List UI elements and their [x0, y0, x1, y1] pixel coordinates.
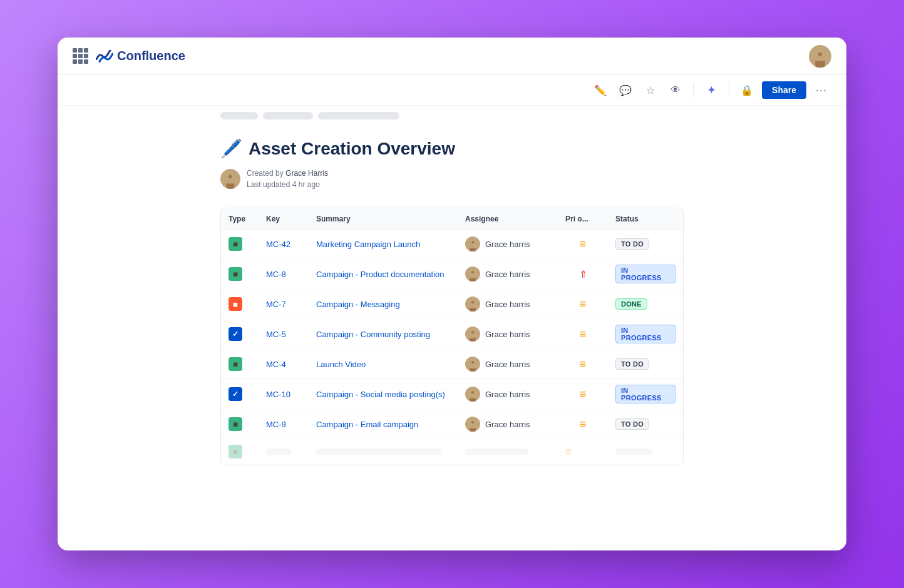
assignee-avatar [465, 357, 480, 372]
cell-assignee: Grace harris [458, 290, 558, 318]
user-avatar[interactable] [809, 45, 831, 68]
status-badge: DONE [615, 298, 647, 310]
page-meta-text: Created by Grace Harris Last updated 4 h… [247, 168, 328, 190]
cell-summary: Campaign - Community posting [309, 318, 458, 350]
ai-icon[interactable]: ✦ [701, 80, 721, 100]
cell-type: ◾ [221, 410, 259, 438]
assignee-info: Grace harris [465, 387, 550, 402]
created-by-label: Created by [247, 169, 284, 178]
cell-assignee: Grace harris [458, 258, 558, 290]
table-row: ◾ MC-42 Marketing Campaign Launch Grace … [221, 230, 683, 258]
issue-summary-link[interactable]: Campaign - Email campaign [316, 420, 418, 429]
cell-summary: Marketing Campaign Launch [309, 230, 458, 258]
breadcrumb-item-2[interactable] [263, 112, 313, 119]
cell-summary: Launch Video [309, 350, 458, 378]
issue-key-link[interactable]: MC-10 [266, 390, 290, 399]
grid-icon[interactable] [73, 48, 88, 64]
issue-summary-link[interactable]: Campaign - Messaging [316, 300, 400, 309]
issue-key-link[interactable]: MC-7 [266, 300, 286, 309]
cell-priority: ≡ [558, 230, 608, 258]
lock-icon[interactable]: 🔒 [737, 80, 757, 100]
issue-summary-link[interactable]: Campaign - Community posting [316, 330, 430, 339]
issue-summary-link[interactable]: Launch Video [316, 360, 366, 369]
cell-type: ◾ [221, 230, 259, 258]
author-name: Grace Harris [285, 169, 328, 178]
cell-priority: ≡ [558, 318, 608, 350]
cell-assignee: Grace harris [458, 410, 558, 438]
status-badge: IN PROGRESS [615, 265, 675, 283]
issue-table: Type Key Summary Assignee Pri o... Statu… [220, 208, 684, 465]
priority-indicator: ≡ [565, 298, 600, 311]
issue-key-link[interactable]: MC-8 [266, 270, 286, 279]
watch-icon[interactable]: 👁 [665, 80, 686, 100]
assignee-name: Grace harris [485, 240, 530, 249]
issue-summary-link[interactable]: Marketing Campaign Launch [316, 240, 420, 249]
cell-assignee: Grace harris [458, 350, 558, 378]
comment-icon[interactable]: 💬 [615, 80, 635, 100]
assignee-info: Grace harris [465, 297, 550, 312]
status-badge: TO DO [615, 238, 649, 250]
issue-summary-link[interactable]: Campaign - Product documentation [316, 270, 444, 279]
cell-status: IN PROGRESS [608, 318, 683, 350]
table-row: ◾ MC-9 Campaign - Email campaign Grace h… [221, 410, 683, 438]
issue-summary-link[interactable]: Campaign - Social media posting(s) [316, 390, 445, 399]
page-emoji: 🖊️ [220, 138, 242, 159]
table-row: ■ MC-7 Campaign - Messaging Grace harris… [221, 290, 683, 318]
last-updated: Last updated 4 hr ago [247, 179, 328, 190]
table-row-partial: ◾ ≡ [221, 438, 683, 465]
cell-type: ◾ [221, 350, 259, 378]
assignee-name: Grace harris [485, 390, 530, 399]
priority-indicator: ≡ [565, 358, 600, 371]
cell-assignee: Grace harris [458, 378, 558, 410]
cell-summary: Campaign - Social media posting(s) [309, 378, 458, 410]
assignee-name: Grace harris [485, 300, 530, 309]
assignee-avatar [465, 327, 480, 342]
table-row: ✓ MC-10 Campaign - Social media posting(… [221, 378, 683, 410]
cell-key: MC-8 [259, 258, 309, 290]
page-title-row: 🖊️ Asset Creation Overview [220, 138, 684, 159]
page-meta: Created by Grace Harris Last updated 4 h… [220, 168, 684, 190]
issue-key-link[interactable]: MC-42 [266, 240, 290, 249]
cell-key: MC-42 [259, 230, 309, 258]
edit-icon[interactable]: ✏️ [590, 80, 610, 100]
col-header-status: Status [608, 208, 683, 230]
share-button[interactable]: Share [762, 81, 806, 99]
cell-status: IN PROGRESS [608, 258, 683, 290]
cell-type: ◾ [221, 258, 259, 290]
assignee-name: Grace harris [485, 330, 530, 339]
cell-status: DONE [608, 290, 683, 318]
col-header-type: Type [221, 208, 259, 230]
toolbar-divider-2 [729, 83, 729, 98]
app-logo[interactable]: Confluence [96, 49, 185, 63]
issue-key-link[interactable]: MC-4 [266, 360, 286, 369]
assignee-name: Grace harris [485, 270, 530, 279]
table-row: ◾ MC-4 Launch Video Grace harris ≡ TO DO [221, 350, 683, 378]
col-header-assignee: Assignee [458, 208, 558, 230]
star-icon[interactable]: ☆ [640, 80, 660, 100]
more-options-icon[interactable]: ··· [811, 80, 831, 100]
app-name: Confluence [117, 49, 185, 63]
breadcrumb-item-3[interactable] [318, 112, 399, 119]
breadcrumb [58, 106, 846, 126]
issue-key-link[interactable]: MC-5 [266, 330, 286, 339]
issue-key-link[interactable]: MC-9 [266, 420, 286, 429]
cell-key: MC-10 [259, 378, 309, 410]
assignee-info: Grace harris [465, 266, 550, 281]
priority-indicator: ≡ [565, 238, 600, 251]
cell-priority: ≡ [558, 410, 608, 438]
page-content: 🖊️ Asset Creation Overview Created by Gr… [58, 126, 846, 550]
cell-summary: Campaign - Messaging [309, 290, 458, 318]
col-header-summary: Summary [309, 208, 458, 230]
cell-priority: ≡ [558, 378, 608, 410]
page-toolbar: ✏️ 💬 ☆ 👁 ✦ 🔒 Share ··· [58, 75, 846, 106]
cell-priority: ≡ [558, 290, 608, 318]
cell-priority: ⇑ [558, 258, 608, 290]
toolbar-divider [693, 83, 694, 98]
cell-type: ■ [221, 290, 259, 318]
breadcrumb-item-1[interactable] [220, 112, 258, 119]
status-badge: TO DO [615, 418, 649, 430]
status-badge: TO DO [615, 358, 649, 370]
assignee-info: Grace harris [465, 236, 550, 251]
assignee-info: Grace harris [465, 327, 550, 342]
assignee-name: Grace harris [485, 360, 530, 369]
